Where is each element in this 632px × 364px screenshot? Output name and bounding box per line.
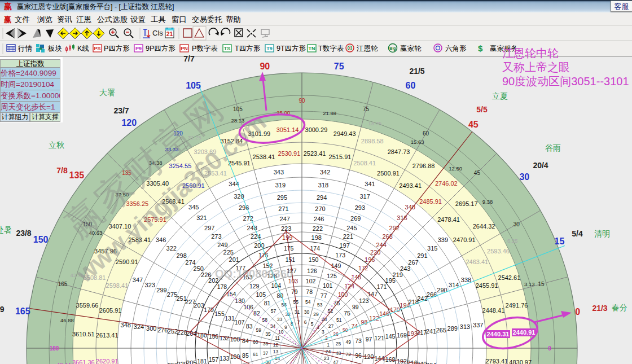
svg-text:26: 26	[333, 331, 339, 337]
svg-text:266: 266	[427, 291, 437, 298]
svg-text:80: 80	[276, 292, 283, 299]
svg-text:Cls: Cls	[152, 29, 163, 37]
svg-text:2491.76: 2491.76	[506, 302, 528, 309]
svg-text:150: 150	[82, 221, 92, 227]
svg-text:13: 13	[273, 349, 279, 354]
svg-text:32: 32	[285, 312, 291, 317]
svg-text:10: 10	[278, 329, 284, 335]
svg-text:249: 249	[217, 242, 227, 248]
svg-text:30: 30	[514, 221, 520, 227]
svg-text:5: 5	[311, 321, 314, 327]
svg-text:2530.91: 2530.91	[278, 150, 301, 157]
svg-text:2485.91: 2485.91	[419, 198, 442, 205]
svg-text:3508.81: 3508.81	[84, 274, 106, 281]
svg-text:56: 56	[281, 302, 287, 308]
svg-text:90度波动区间3051--3101: 90度波动区间3051--3101	[502, 75, 629, 87]
svg-text:174: 174	[310, 245, 321, 252]
svg-text:6: 6	[304, 319, 307, 325]
svg-text:242: 242	[417, 295, 427, 302]
svg-text:3254.55: 3254.55	[169, 163, 192, 169]
svg-text:立秋: 立秋	[49, 141, 64, 150]
svg-text:75: 75	[334, 62, 344, 71]
svg-text:2847.73: 2847.73	[388, 148, 410, 155]
svg-text:320: 320	[234, 193, 244, 200]
svg-text:3152.84: 3152.84	[220, 138, 243, 144]
svg-text:218: 218	[409, 299, 419, 305]
svg-text:9: 9	[284, 324, 287, 330]
svg-text:15: 15	[555, 236, 565, 246]
svg-text:199: 199	[282, 234, 292, 241]
svg-text:289: 289	[447, 325, 458, 332]
svg-text:赢家服务: 赢家服务	[490, 45, 518, 52]
svg-text:2568.41: 2568.41	[162, 198, 185, 205]
svg-text:2644.32: 2644.32	[473, 223, 495, 230]
svg-text:37: 37	[263, 350, 269, 356]
svg-text:2478.41: 2478.41	[437, 216, 460, 223]
svg-text:318: 318	[318, 182, 328, 188]
svg-text:252: 252	[168, 328, 178, 335]
svg-text:244: 244	[376, 242, 386, 248]
svg-text:270: 270	[315, 205, 325, 212]
svg-text:165: 165	[58, 281, 68, 287]
svg-text:343: 343	[274, 169, 284, 176]
svg-text:205: 205	[186, 359, 196, 364]
svg-text:21.88: 21.88	[323, 110, 336, 116]
svg-text:30: 30	[519, 172, 529, 182]
svg-text:35: 35	[265, 331, 271, 337]
svg-text:33.33: 33.33	[165, 146, 179, 152]
svg-text:192: 192	[397, 358, 407, 364]
svg-text:298: 298	[176, 252, 186, 259]
svg-text:250: 250	[194, 265, 204, 272]
svg-text:www.yingjia360.com: www.yingjia360.com	[70, 108, 271, 288]
svg-text:194: 194	[400, 302, 410, 309]
svg-text:133: 133	[220, 355, 230, 362]
svg-text:315: 315	[427, 245, 437, 252]
svg-text:105: 105	[186, 81, 201, 90]
svg-text:行情: 行情	[17, 45, 33, 52]
svg-text:45: 45	[474, 170, 481, 176]
svg-text:216: 216	[407, 359, 418, 364]
svg-text:147: 147	[368, 291, 378, 297]
svg-text:QQ:100800360: QQ:100800360	[215, 267, 293, 280]
svg-text:P数字表: P数字表	[192, 45, 218, 52]
svg-text:24: 24	[326, 349, 331, 354]
svg-text:100: 100	[338, 291, 348, 298]
svg-text:299: 299	[156, 287, 166, 293]
svg-text:153: 153	[243, 274, 253, 280]
svg-text:2553.41: 2553.41	[204, 170, 227, 177]
svg-text:90: 90	[299, 98, 305, 104]
svg-text:PS: PS	[94, 46, 100, 51]
svg-text:219: 219	[393, 271, 403, 278]
svg-text:2695.17: 2695.17	[455, 200, 478, 207]
svg-text:29: 29	[313, 312, 319, 317]
svg-text:31: 31	[295, 309, 300, 315]
svg-text:31.25: 31.25	[188, 134, 201, 141]
svg-text:123: 123	[359, 297, 369, 304]
svg-text:33: 33	[277, 317, 283, 322]
svg-text:294: 294	[317, 194, 327, 201]
svg-text:30: 30	[304, 309, 310, 315]
svg-text:2515.91: 2515.91	[329, 154, 352, 160]
svg-text:23/9: 23/9	[0, 305, 5, 314]
svg-text:3356.25: 3356.25	[126, 200, 148, 207]
svg-text:75: 75	[344, 310, 350, 317]
svg-text:3051.14: 3051.14	[276, 126, 299, 133]
svg-text:3457.96: 3457.96	[94, 248, 117, 255]
svg-text:319: 319	[275, 182, 286, 188]
svg-text:45: 45	[468, 120, 479, 129]
svg-text:342: 342	[320, 169, 330, 176]
svg-text:265: 265	[436, 327, 446, 334]
svg-text:六角形: 六角形	[445, 45, 467, 52]
svg-text:181: 181	[197, 358, 207, 364]
svg-text:339: 339	[438, 236, 448, 243]
svg-text:21/5: 21/5	[409, 67, 424, 76]
svg-text:52: 52	[328, 308, 333, 314]
svg-text:273: 273	[211, 233, 221, 240]
svg-text:198: 198	[311, 234, 322, 241]
svg-text:253: 253	[168, 362, 178, 364]
svg-text:处暑: 处暑	[0, 225, 12, 234]
svg-text:84: 84	[242, 337, 249, 344]
svg-text:175: 175	[284, 245, 294, 252]
svg-text:176: 176	[258, 252, 269, 258]
svg-text:TN: TN	[309, 46, 315, 51]
